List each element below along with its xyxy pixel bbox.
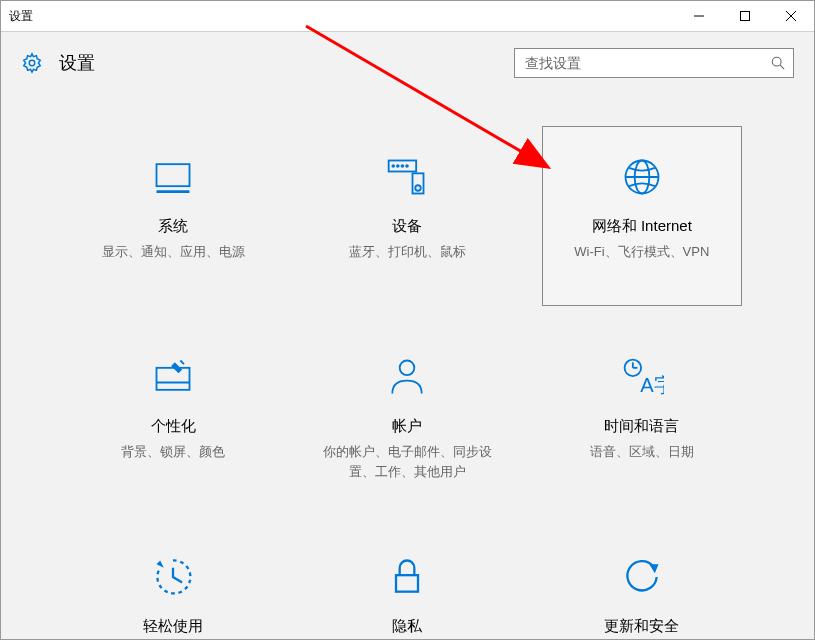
- svg-point-22: [400, 361, 415, 376]
- tile-system[interactable]: 系统 显示、通知、应用、电源: [73, 126, 273, 306]
- svg-rect-28: [396, 575, 418, 592]
- tile-title: 隐私: [392, 617, 422, 636]
- minimize-button[interactable]: [676, 1, 722, 31]
- minimize-icon: [694, 11, 704, 21]
- tile-privacy[interactable]: 隐私: [307, 526, 507, 640]
- tile-network[interactable]: 网络和 Internet Wi-Fi、飞行模式、VPN: [542, 126, 742, 306]
- svg-line-6: [780, 65, 784, 69]
- search-wrap: [514, 48, 794, 78]
- search-input[interactable]: [523, 54, 771, 72]
- person-icon: [385, 355, 429, 399]
- svg-marker-29: [649, 564, 658, 573]
- display-icon: [151, 155, 195, 199]
- svg-rect-7: [157, 164, 190, 186]
- gear-icon: [21, 52, 43, 74]
- svg-point-13: [407, 165, 409, 167]
- tile-update-security[interactable]: 更新和安全: [542, 526, 742, 640]
- header: 设置: [1, 32, 814, 86]
- tile-desc: 显示、通知、应用、电源: [92, 242, 255, 262]
- tile-title: 系统: [158, 217, 188, 236]
- tile-ease-of-access[interactable]: 轻松使用: [73, 526, 273, 640]
- svg-text:A字: A字: [640, 374, 664, 396]
- tile-personalization[interactable]: 个性化 背景、锁屏、颜色: [73, 326, 273, 506]
- svg-point-10: [393, 165, 395, 167]
- svg-rect-1: [741, 12, 750, 21]
- svg-point-12: [402, 165, 404, 167]
- page-title: 设置: [59, 51, 95, 75]
- svg-point-23: [624, 360, 641, 377]
- svg-point-4: [29, 60, 35, 66]
- tile-desc: 语音、区域、日期: [580, 442, 704, 462]
- tile-title: 轻松使用: [143, 617, 203, 636]
- tile-time-language[interactable]: A字 时间和语言 语音、区域、日期: [542, 326, 742, 506]
- titlebar: 设置: [1, 1, 814, 32]
- settings-grid: 系统 显示、通知、应用、电源 设备 蓝牙、打印机、鼠标 网络和 Internet…: [1, 86, 814, 640]
- ease-of-access-icon: [151, 555, 195, 599]
- maximize-icon: [740, 11, 750, 21]
- tile-title: 时间和语言: [604, 417, 679, 436]
- devices-icon: [385, 155, 429, 199]
- tile-title: 更新和安全: [604, 617, 679, 636]
- tile-title: 设备: [392, 217, 422, 236]
- update-icon: [620, 555, 664, 599]
- tile-desc: 蓝牙、打印机、鼠标: [339, 242, 476, 262]
- tile-accounts[interactable]: 帐户 你的帐户、电子邮件、同步设置、工作、其他用户: [307, 326, 507, 506]
- svg-line-21: [180, 361, 184, 365]
- tile-title: 帐户: [392, 417, 422, 436]
- close-icon: [786, 11, 796, 21]
- window-title: 设置: [1, 8, 33, 25]
- svg-point-15: [416, 185, 422, 191]
- tile-desc: Wi-Fi、飞行模式、VPN: [564, 242, 719, 262]
- search-box[interactable]: [514, 48, 794, 78]
- tile-title: 个性化: [151, 417, 196, 436]
- maximize-button[interactable]: [722, 1, 768, 31]
- tile-devices[interactable]: 设备 蓝牙、打印机、鼠标: [307, 126, 507, 306]
- svg-marker-27: [157, 561, 164, 568]
- close-button[interactable]: [768, 1, 814, 31]
- svg-point-11: [397, 165, 399, 167]
- time-language-icon: A字: [620, 355, 664, 399]
- personalization-icon: [151, 355, 195, 399]
- svg-rect-19: [157, 368, 190, 390]
- search-icon: [771, 56, 785, 70]
- settings-window: 设置 设置 系统: [0, 0, 815, 640]
- tile-desc: 背景、锁屏、颜色: [111, 442, 235, 462]
- svg-point-5: [772, 57, 781, 66]
- lock-icon: [385, 555, 429, 599]
- globe-icon: [620, 155, 664, 199]
- tile-title: 网络和 Internet: [592, 217, 692, 236]
- tile-desc: 你的帐户、电子邮件、同步设置、工作、其他用户: [308, 442, 506, 481]
